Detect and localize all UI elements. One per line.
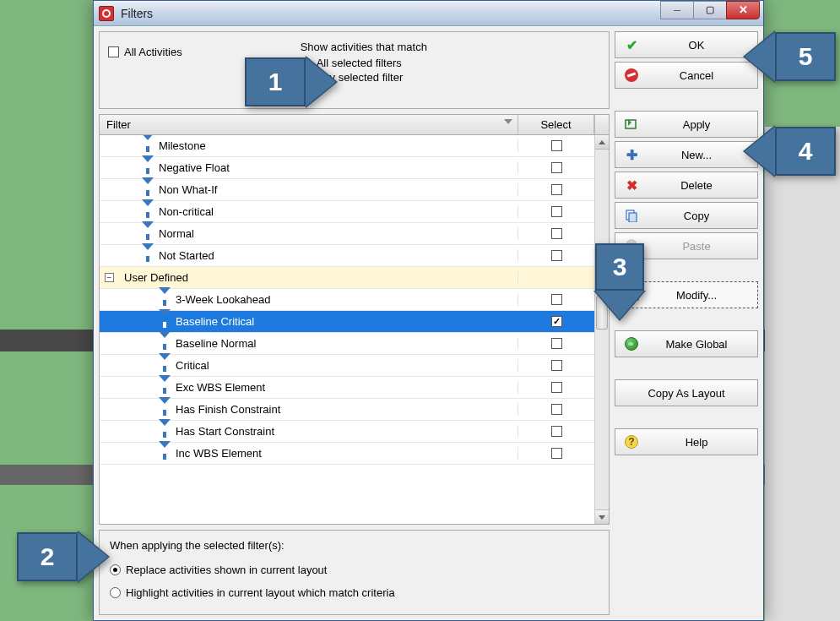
apply-button[interactable]: Apply [615,111,758,138]
filter-row[interactable]: 3-Week Lookahead [100,289,594,311]
funnel-icon [142,184,154,196]
filter-label: Milestone [159,139,206,152]
help-button[interactable]: ? Help [615,428,758,455]
filter-label: Exc WBS Element [176,381,265,394]
filter-checkbox[interactable] [551,206,562,217]
filter-checkbox[interactable] [551,184,562,195]
filter-row[interactable]: Has Start Constraint [100,421,594,443]
filter-row[interactable]: Normal [100,223,594,245]
filter-checkbox[interactable] [551,250,562,261]
copy-button[interactable]: Copy [615,202,758,229]
apply-options-title: When applying the selected filter(s): [110,539,599,552]
filter-row[interactable]: Baseline Normal [100,333,594,355]
filter-label: Inc WBS Element [176,447,262,460]
column-header-filter[interactable]: Filter [100,115,518,134]
filter-checkbox[interactable] [551,162,562,173]
callout-1: 1 [245,57,306,106]
new-button[interactable]: ✚ New... [615,141,758,168]
filter-row[interactable]: Baseline Critical [100,311,594,333]
funnel-icon [142,140,154,152]
filter-checkbox[interactable] [551,140,562,151]
filter-checkbox[interactable] [551,338,562,349]
minimize-button[interactable]: ─ [660,1,694,19]
filter-label: Baseline Normal [176,337,256,350]
scroll-down-button[interactable] [595,509,609,524]
check-icon: ✔ [624,37,639,53]
delete-button[interactable]: ✖ Delete [615,172,758,199]
callout-2: 2 [17,532,78,581]
callout-5: 5 [775,32,836,81]
scrollbar-corner [594,115,609,134]
radio-replace-label: Replace activities shown in current layo… [126,564,327,576]
maximize-button[interactable]: ▢ [693,1,727,19]
plus-icon: ✚ [624,147,639,163]
make-global-button[interactable]: Make Global [615,330,758,357]
filter-label: Critical [176,359,209,372]
sort-indicator-icon [504,119,512,124]
help-icon: ? [624,435,639,449]
oracle-icon [99,6,114,21]
filter-checkbox[interactable] [551,426,562,437]
filter-label: Non What-If [159,183,217,196]
filter-label: Negative Float [159,161,230,174]
collapse-icon[interactable]: − [105,273,114,282]
filter-label: Baseline Critical [176,315,254,328]
filter-row[interactable]: Critical [100,355,594,377]
all-activities-checkbox[interactable] [108,46,119,57]
funnel-icon [142,206,154,218]
filter-label: Not Started [159,249,214,262]
filter-checkbox[interactable] [551,316,562,327]
filter-checkbox[interactable] [551,448,562,459]
copy-icon [624,209,639,222]
match-title: Show activities that match [301,41,427,53]
filter-row[interactable]: Exc WBS Element [100,377,594,399]
filter-row[interactable]: Has Finish Constraint [100,399,594,421]
funnel-icon [142,228,154,240]
ok-button[interactable]: ✔ OK [615,31,758,58]
window-title: Filters [121,7,661,20]
funnel-icon [159,316,171,328]
funnel-icon [159,338,171,350]
funnel-icon [159,426,171,438]
filter-label: Non-critical [159,205,214,218]
radio-replace[interactable] [110,564,121,575]
funnel-icon [159,382,171,394]
filter-row[interactable]: Milestone [100,135,594,157]
filter-checkbox[interactable] [551,360,562,371]
filter-row[interactable]: Non-critical [100,201,594,223]
filter-label: Normal [159,227,194,240]
funnel-icon [159,360,171,372]
svg-rect-2 [629,213,637,222]
filters-dialog: Filters ─ ▢ ✕ All Activities Show activi… [93,0,764,621]
apply-icon [624,117,639,131]
filter-label: Has Start Constraint [176,425,274,438]
apply-options-panel: When applying the selected filter(s): Re… [99,530,610,615]
radio-highlight[interactable] [110,587,121,598]
globe-icon [624,337,639,351]
filter-checkbox[interactable] [551,404,562,415]
filter-list: Filter Select Milestone Negative Float N… [99,114,610,525]
filter-row[interactable]: Negative Float [100,157,594,179]
filter-checkbox[interactable] [551,228,562,239]
column-header-select[interactable]: Select [518,115,594,134]
funnel-icon [142,250,154,262]
cancel-button[interactable]: Cancel [615,62,758,89]
radio-highlight-label: Highlight activities in current layout w… [126,586,395,599]
funnel-icon [159,404,171,416]
scroll-up-button[interactable] [595,135,609,150]
all-activities-label: All Activities [124,46,182,58]
x-icon: ✖ [624,177,639,193]
svg-rect-0 [626,120,636,128]
filter-row[interactable]: Not Started [100,245,594,267]
filter-checkbox[interactable] [551,382,562,393]
filter-group-row[interactable]: −User Defined [100,267,594,289]
filter-row[interactable]: Inc WBS Element [100,443,594,465]
titlebar[interactable]: Filters ─ ▢ ✕ [94,1,763,26]
close-button[interactable]: ✕ [726,1,760,19]
copy-as-layout-button[interactable]: Copy As Layout [615,379,758,406]
filter-label: 3-Week Lookahead [176,293,271,306]
vertical-scrollbar[interactable] [594,135,609,524]
funnel-icon [142,162,154,174]
filter-row[interactable]: Non What-If [100,179,594,201]
filter-checkbox[interactable] [551,294,562,305]
